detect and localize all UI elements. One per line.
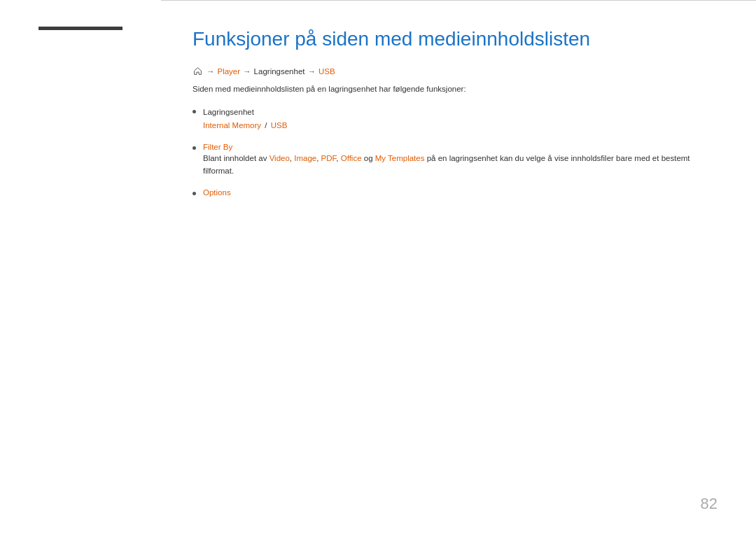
desc-prefix: Blant innholdet av (203, 154, 270, 162)
page-title: Funksjoner på siden med medieinnholdslis… (192, 27, 718, 51)
list-item-filterby: Filter By Blant innholdet av Video, Imag… (192, 143, 718, 177)
intro-text: Siden med medieinnholdslisten på en lagr… (192, 83, 718, 95)
pdf-link[interactable]: PDF (321, 154, 337, 162)
bullet-dot-3 (192, 192, 196, 195)
breadcrumb-arrow-1: → (206, 67, 215, 76)
usb-link[interactable]: USB (271, 121, 288, 129)
bullet-list: Lagringsenhet Internal Memory / USB Filt… (192, 106, 718, 197)
bullet-content-1: Lagringsenhet Internal Memory / USB (203, 106, 287, 132)
main-content: Funksjoner på siden med medieinnholdslis… (161, 0, 756, 534)
left-sidebar (0, 0, 161, 534)
video-link[interactable]: Video (270, 154, 290, 162)
storage-sub-links: Internal Memory / USB (203, 120, 287, 132)
og-text: og (362, 154, 375, 162)
breadcrumb-arrow-2: → (243, 67, 251, 76)
bullet-dot-1 (192, 110, 196, 113)
internal-memory-link[interactable]: Internal Memory (203, 121, 261, 129)
breadcrumb-arrow-3: → (308, 67, 316, 76)
office-link[interactable]: Office (341, 154, 362, 162)
page-container: Funksjoner på siden med medieinnholdslis… (0, 0, 756, 534)
my-templates-link[interactable]: My Templates (375, 154, 425, 162)
sidebar-accent-bar (38, 27, 122, 30)
list-item-options: Options (192, 188, 718, 197)
storage-label: Lagringsenhet (203, 106, 287, 118)
slash-1: / (262, 121, 270, 129)
image-link[interactable]: Image (294, 154, 316, 162)
breadcrumb-player[interactable]: Player (218, 67, 241, 76)
bullet-dot-2 (192, 146, 196, 150)
filter-by-description: Blant innholdet av Video, Image, PDF, Of… (203, 153, 718, 177)
filter-by-link[interactable]: Filter By (203, 143, 718, 151)
bullet-content-3: Options (203, 188, 231, 197)
options-link[interactable]: Options (203, 188, 231, 197)
breadcrumb-storage: Lagringsenhet (254, 67, 305, 76)
home-icon (192, 66, 202, 76)
list-item-storage: Lagringsenhet Internal Memory / USB (192, 106, 718, 132)
breadcrumb: → Player → Lagringsenhet → USB (192, 66, 718, 76)
breadcrumb-usb[interactable]: USB (318, 67, 335, 76)
page-number: 82 (701, 495, 718, 513)
bullet-content-2: Filter By Blant innholdet av Video, Imag… (203, 143, 718, 177)
